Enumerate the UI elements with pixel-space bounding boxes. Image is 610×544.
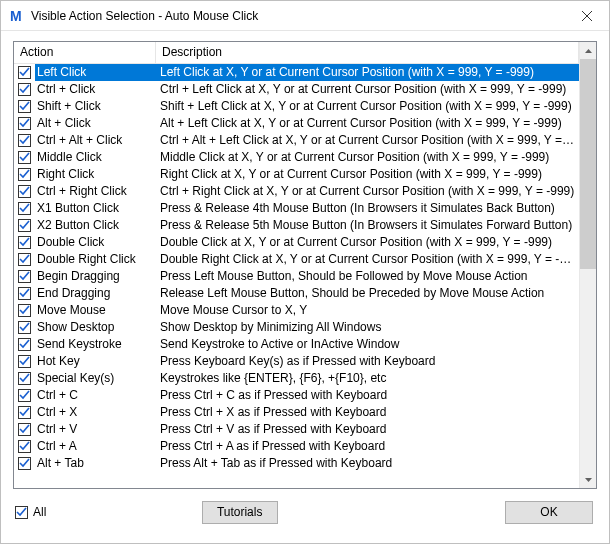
row-checkbox[interactable] <box>18 151 31 164</box>
row-checkbox[interactable] <box>18 321 31 334</box>
row-description-label: Press Ctrl + A as if Pressed with Keyboa… <box>156 438 579 455</box>
row-action-label: X1 Button Click <box>35 200 156 217</box>
row-checkbox[interactable] <box>18 457 31 470</box>
row-action-label: Double Click <box>35 234 156 251</box>
row-description-label: Double Click at X, Y or at Current Curso… <box>156 234 579 251</box>
list-row[interactable]: Alt + ClickAlt + Left Click at X, Y or a… <box>14 115 579 132</box>
row-action-label: Special Key(s) <box>35 370 156 387</box>
row-checkbox[interactable] <box>18 372 31 385</box>
row-description-label: Press Ctrl + C as if Pressed with Keyboa… <box>156 387 579 404</box>
row-description-label: Send Keystroke to Active or InActive Win… <box>156 336 579 353</box>
list-row[interactable]: Hot KeyPress Keyboard Key(s) as if Press… <box>14 353 579 370</box>
row-checkbox[interactable] <box>18 185 31 198</box>
row-action-label: Alt + Click <box>35 115 156 132</box>
row-action-label: Ctrl + A <box>35 438 156 455</box>
list-row[interactable]: Move MouseMove Mouse Cursor to X, Y <box>14 302 579 319</box>
row-checkbox[interactable] <box>18 338 31 351</box>
row-checkbox[interactable] <box>18 304 31 317</box>
list-row[interactable]: Shift + ClickShift + Left Click at X, Y … <box>14 98 579 115</box>
row-action-label: Ctrl + V <box>35 421 156 438</box>
scroll-down-arrow-icon[interactable] <box>580 471 596 488</box>
row-checkbox[interactable] <box>18 236 31 249</box>
close-button[interactable] <box>564 1 609 30</box>
app-icon: M <box>9 8 25 24</box>
list-row[interactable]: Ctrl + CPress Ctrl + C as if Pressed wit… <box>14 387 579 404</box>
list-row[interactable]: Ctrl + VPress Ctrl + V as if Pressed wit… <box>14 421 579 438</box>
row-description-label: Ctrl + Left Click at X, Y or at Current … <box>156 81 579 98</box>
list-row[interactable]: Middle ClickMiddle Click at X, Y or at C… <box>14 149 579 166</box>
row-action-label: Hot Key <box>35 353 156 370</box>
row-checkbox[interactable] <box>18 66 31 79</box>
row-description-label: Press Ctrl + X as if Pressed with Keyboa… <box>156 404 579 421</box>
row-action-label: Shift + Click <box>35 98 156 115</box>
row-checkbox[interactable] <box>18 219 31 232</box>
vertical-scrollbar[interactable] <box>579 42 596 488</box>
row-action-label: Ctrl + X <box>35 404 156 421</box>
scrollbar-thumb[interactable] <box>580 59 596 269</box>
row-description-label: Press & Release 4th Mouse Button (In Bro… <box>156 200 579 217</box>
row-action-label: Ctrl + C <box>35 387 156 404</box>
ok-button[interactable]: OK <box>505 501 593 524</box>
window-title: Visible Action Selection - Auto Mouse Cl… <box>31 9 564 23</box>
row-description-label: Press & Release 5th Mouse Button (In Bro… <box>156 217 579 234</box>
scroll-up-arrow-icon[interactable] <box>580 42 596 59</box>
row-description-label: Press Left Mouse Button, Should be Follo… <box>156 268 579 285</box>
list-row[interactable]: Ctrl + APress Ctrl + A as if Pressed wit… <box>14 438 579 455</box>
row-checkbox[interactable] <box>18 253 31 266</box>
row-description-label: Double Right Click at X, Y or at Current… <box>156 251 579 268</box>
row-checkbox[interactable] <box>18 100 31 113</box>
row-description-label: Release Left Mouse Button, Should be Pre… <box>156 285 579 302</box>
row-action-label: Ctrl + Alt + Click <box>35 132 156 149</box>
list-row[interactable]: Send KeystrokeSend Keystroke to Active o… <box>14 336 579 353</box>
row-action-label: X2 Button Click <box>35 217 156 234</box>
row-checkbox[interactable] <box>18 117 31 130</box>
row-checkbox[interactable] <box>18 389 31 402</box>
row-description-label: Press Alt + Tab as if Pressed with Keybo… <box>156 455 579 472</box>
row-checkbox[interactable] <box>18 287 31 300</box>
row-checkbox[interactable] <box>18 168 31 181</box>
row-action-label: Alt + Tab <box>35 455 156 472</box>
row-checkbox[interactable] <box>18 270 31 283</box>
row-description-label: Keystrokes like {ENTER}, {F6}, +{F10}, e… <box>156 370 579 387</box>
tutorials-button[interactable]: Tutorials <box>202 501 278 524</box>
row-action-label: Send Keystroke <box>35 336 156 353</box>
row-checkbox[interactable] <box>18 406 31 419</box>
list-row[interactable]: Right ClickRight Click at X, Y or at Cur… <box>14 166 579 183</box>
all-label: All <box>33 505 46 519</box>
list-header: Action Description <box>14 42 579 64</box>
list-row[interactable]: Special Key(s)Keystrokes like {ENTER}, {… <box>14 370 579 387</box>
list-row[interactable]: Double Right ClickDouble Right Click at … <box>14 251 579 268</box>
row-checkbox[interactable] <box>18 134 31 147</box>
row-checkbox[interactable] <box>18 355 31 368</box>
list-row[interactable]: Show DesktopShow Desktop by Minimizing A… <box>14 319 579 336</box>
row-checkbox[interactable] <box>18 423 31 436</box>
list-row[interactable]: Ctrl + Alt + ClickCtrl + Alt + Left Clic… <box>14 132 579 149</box>
list-row[interactable]: Alt + TabPress Alt + Tab as if Pressed w… <box>14 455 579 472</box>
list-row[interactable]: Begin DraggingPress Left Mouse Button, S… <box>14 268 579 285</box>
row-description-label: Shift + Left Click at X, Y or at Current… <box>156 98 579 115</box>
list-row[interactable]: X2 Button ClickPress & Release 5th Mouse… <box>14 217 579 234</box>
list-row[interactable]: X1 Button ClickPress & Release 4th Mouse… <box>14 200 579 217</box>
list-row[interactable]: Double ClickDouble Click at X, Y or at C… <box>14 234 579 251</box>
column-header-description[interactable]: Description <box>156 42 579 63</box>
all-checkbox[interactable]: All <box>15 505 46 519</box>
window: M Visible Action Selection - Auto Mouse … <box>0 0 610 544</box>
svg-text:M: M <box>10 8 22 24</box>
column-header-action[interactable]: Action <box>14 42 156 63</box>
list-row[interactable]: Ctrl + Right ClickCtrl + Right Click at … <box>14 183 579 200</box>
titlebar: M Visible Action Selection - Auto Mouse … <box>1 1 609 31</box>
row-action-label: Move Mouse <box>35 302 156 319</box>
row-description-label: Right Click at X, Y or at Current Cursor… <box>156 166 579 183</box>
list-row[interactable]: End DraggingRelease Left Mouse Button, S… <box>14 285 579 302</box>
client-area: Action Description Left ClickLeft Click … <box>1 31 609 543</box>
row-action-label: Ctrl + Click <box>35 81 156 98</box>
list-row[interactable]: Ctrl + ClickCtrl + Left Click at X, Y or… <box>14 81 579 98</box>
row-action-label: Middle Click <box>35 149 156 166</box>
row-description-label: Alt + Left Click at X, Y or at Current C… <box>156 115 579 132</box>
list-row[interactable]: Ctrl + XPress Ctrl + X as if Pressed wit… <box>14 404 579 421</box>
row-checkbox[interactable] <box>18 83 31 96</box>
row-checkbox[interactable] <box>18 440 31 453</box>
row-checkbox[interactable] <box>18 202 31 215</box>
row-description-label: Ctrl + Alt + Left Click at X, Y or at Cu… <box>156 132 579 149</box>
list-row[interactable]: Left ClickLeft Click at X, Y or at Curre… <box>14 64 579 81</box>
